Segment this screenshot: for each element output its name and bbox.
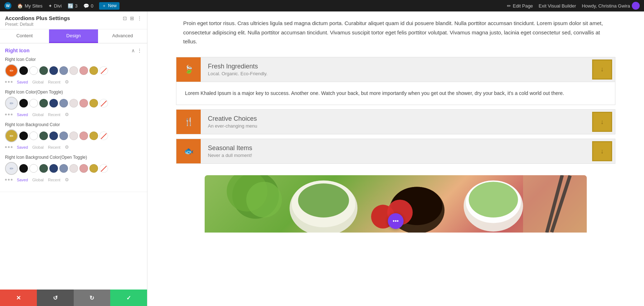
section-collapse-button[interactable]: ∧ [131, 48, 135, 53]
sidebar-title-icons: ⊡ ⊞ ⋮ [123, 15, 142, 21]
global-label-1[interactable]: Global [32, 80, 44, 84]
recent-label-4[interactable]: Recent [48, 178, 60, 182]
admin-bar-divi[interactable]: ✦ Divi [48, 3, 62, 9]
cancel-button[interactable]: ✕ [0, 290, 37, 306]
undo-button[interactable]: ↺ [37, 290, 74, 306]
sidebar-grid-button[interactable]: ⊞ [130, 15, 134, 21]
swatch-lightgray-3[interactable] [69, 132, 78, 140]
swatch-black-1[interactable] [19, 66, 28, 75]
active-swatch-right-icon-bg-open[interactable]: ✏ [5, 162, 18, 175]
sidebar-more-button[interactable]: ⋮ [137, 15, 142, 21]
admin-bar-edit-page[interactable]: ✏ Edit Page [507, 3, 533, 9]
accordion-text-creative-choices: Creative Choices An ever-changing menu [201, 111, 592, 132]
swatch-slate-2[interactable] [59, 99, 68, 107]
global-label-4[interactable]: Global [32, 178, 44, 182]
sidebar-minmax-button[interactable]: ⊡ [123, 15, 127, 21]
swatch-navy-2[interactable] [49, 99, 58, 107]
swatch-green-3[interactable] [39, 132, 48, 140]
accordion-arrow-creative-choices[interactable]: ↓ [592, 112, 612, 132]
swatch-green-4[interactable] [39, 164, 48, 173]
admin-bar-updates[interactable]: 🔄 3 [68, 3, 78, 9]
tab-design[interactable]: Design [49, 29, 98, 43]
swatch-navy-3[interactable] [49, 132, 58, 140]
swatch-gold-3[interactable] [89, 132, 98, 140]
save-icon: ✓ [126, 295, 131, 301]
admin-bar-new[interactable]: ＋ New [99, 2, 119, 10]
swatch-white-1[interactable] [29, 66, 38, 75]
eyedropper-icon-2: ✏ [10, 101, 14, 106]
recent-label-1[interactable]: Recent [48, 80, 60, 84]
arrow-down-icon-3: ↓ [601, 148, 604, 155]
gear-icon-2[interactable]: ⚙ [65, 112, 69, 117]
saved-label-4[interactable]: Saved [17, 178, 28, 182]
content-area: Proin eget tortor risus. Cras ultricies … [147, 11, 644, 306]
color-dots-1 [5, 81, 13, 83]
active-swatch-right-icon-color-open[interactable]: ✏ [5, 97, 18, 110]
tab-advanced[interactable]: Advanced [98, 29, 147, 43]
swatch-black-4[interactable] [19, 164, 28, 173]
swatch-gold-2[interactable] [89, 99, 98, 107]
floating-dots-button[interactable]: ••• [388, 213, 404, 229]
swatch-black-3[interactable] [19, 132, 28, 140]
swatch-white-4[interactable] [29, 164, 38, 173]
sidebar-tabs: Content Design Advanced [0, 29, 147, 43]
swatch-pink-3[interactable] [79, 132, 88, 140]
undo-icon: ↺ [53, 295, 58, 301]
swatch-pink-1[interactable] [79, 66, 88, 75]
redo-button[interactable]: ↻ [74, 290, 111, 306]
gear-icon-4[interactable]: ⚙ [65, 177, 69, 182]
swatch-slate-4[interactable] [59, 164, 68, 173]
swatch-slate-1[interactable] [59, 66, 68, 75]
saved-label-3[interactable]: Saved [17, 145, 28, 149]
accordion-arrow-fresh-ingredients[interactable]: ↓ [592, 59, 612, 80]
color-group-right-icon-bg: Right Icon Background Color ✏ [5, 122, 142, 150]
accordion-arrow-seasonal-items[interactable]: ↓ [592, 141, 612, 161]
swatch-white-2[interactable] [29, 99, 38, 107]
accordion-header-fresh-ingredients[interactable]: 🍃 Fresh Ingredients Local. Organic. Eco-… [176, 57, 615, 82]
save-button[interactable]: ✓ [110, 290, 147, 306]
saved-label-2[interactable]: Saved [17, 113, 28, 117]
color-group-right-icon-color: Right Icon Color ✏ [5, 57, 142, 85]
swatch-slate-3[interactable] [59, 132, 68, 140]
recent-label-2[interactable]: Recent [48, 113, 60, 117]
section-more-button[interactable]: ⋮ [137, 48, 142, 53]
active-swatch-right-icon-color[interactable]: ✏ [5, 64, 18, 77]
color-dots-2 [5, 114, 13, 115]
swatch-lightgray-2[interactable] [69, 99, 78, 107]
admin-bar-exit-builder[interactable]: Exit Visual Builder [539, 3, 576, 9]
gear-icon-1[interactable]: ⚙ [65, 79, 69, 85]
swatch-navy-1[interactable] [49, 66, 58, 75]
recent-label-3[interactable]: Recent [48, 145, 60, 149]
color-picker-right-icon-bg-open: ✏ [5, 162, 142, 175]
accordion-header-seasonal-items[interactable]: 🐟 Seasonal Items Never a dull moment! ↓ [176, 139, 615, 164]
accordion-icon-creative-choices: 🍴 [176, 110, 201, 134]
admin-bar-my-sites[interactable]: 🏠 My Sites [17, 3, 43, 9]
swatch-lightgray-4[interactable] [69, 164, 78, 173]
admin-bar-comments[interactable]: 💬 0 [83, 3, 93, 9]
tab-content[interactable]: Content [0, 29, 49, 43]
saved-label-1[interactable]: Saved [17, 80, 28, 84]
swatch-gold-1[interactable] [89, 66, 98, 75]
accordion-header-creative-choices[interactable]: 🍴 Creative Choices An ever-changing menu… [176, 109, 615, 134]
global-label-3[interactable]: Global [32, 145, 44, 149]
swatch-green-2[interactable] [39, 99, 48, 107]
swatch-black-2[interactable] [19, 99, 28, 107]
swatch-white-3[interactable] [29, 132, 38, 140]
swatch-green-1[interactable] [39, 66, 48, 75]
main-layout: Accordions Plus Settings ⊡ ⊞ ⋮ Preset: D… [0, 11, 644, 306]
swatch-none-2[interactable] [99, 99, 108, 107]
admin-bar-user[interactable]: Howdy, Christina Gwira [582, 2, 640, 10]
active-swatch-right-icon-bg[interactable]: ✏ [5, 129, 18, 142]
swatch-pink-4[interactable] [79, 164, 88, 173]
sidebar-preset[interactable]: Preset: Default [5, 22, 142, 27]
swatch-none-1[interactable] [99, 66, 108, 75]
global-label-2[interactable]: Global [32, 113, 44, 117]
swatch-gold-4[interactable] [89, 164, 98, 173]
gear-icon-3[interactable]: ⚙ [65, 144, 69, 150]
swatch-none-4[interactable] [99, 164, 108, 173]
swatch-none-3[interactable] [99, 132, 108, 140]
wp-logo[interactable]: W [4, 2, 11, 9]
swatch-lightgray-1[interactable] [69, 66, 78, 75]
swatch-navy-4[interactable] [49, 164, 58, 173]
swatch-pink-2[interactable] [79, 99, 88, 107]
